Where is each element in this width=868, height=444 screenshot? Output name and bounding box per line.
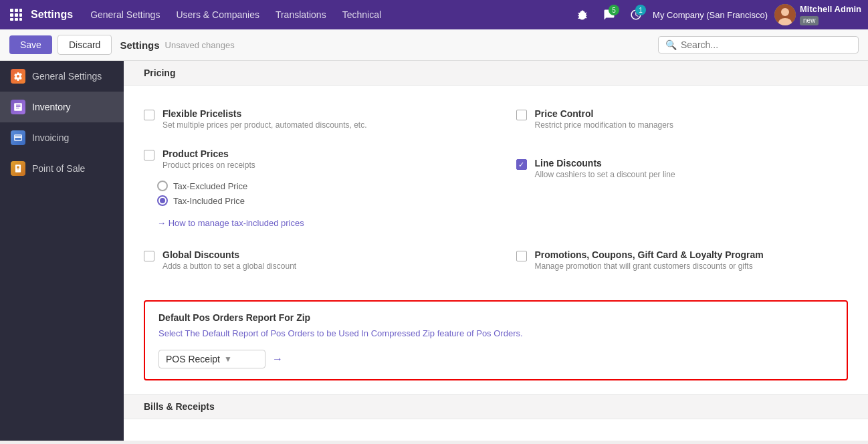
dropdown-arrow-icon: ▼ [224, 354, 232, 364]
product-prices-text: Product Prices Product prices on receipt… [162, 148, 255, 170]
tax-included-radio-indicator [157, 195, 168, 206]
flexible-pricelists-setting: Flexible Pricelists Set multiple prices … [144, 99, 496, 139]
navbar-menu: General Settings Users & Companies Trans… [82, 7, 570, 23]
messages-badge: 5 [609, 5, 619, 15]
pricing-title: Pricing [144, 68, 175, 78]
tax-radio-group: Tax-Excluded Price Tax-Included Price [144, 175, 483, 215]
pos-icon [11, 161, 25, 176]
nav-translations[interactable]: Translations [267, 7, 334, 23]
flexible-pricelists-desc: Set multiple prices per product, automat… [162, 120, 367, 130]
pos-report-title: Default Pos Orders Report For Zip [158, 312, 833, 323]
bills-section-header: Bills & Receipts [124, 394, 868, 419]
pos-report-select-row: POS Receipt ▼ → [158, 350, 833, 368]
flexible-pricelists-text: Flexible Pricelists Set multiple prices … [162, 108, 367, 130]
price-control-desc: Restrict price modification to managers [535, 120, 673, 130]
svg-rect-5 [19, 13, 22, 17]
product-prices-desc: Product prices on receipts [162, 160, 255, 170]
promotions-text: Promotions, Coupons, Gift Card & Loyalty… [535, 249, 764, 271]
pos-report-dropdown[interactable]: POS Receipt ▼ [158, 350, 265, 368]
inventory-icon [11, 100, 25, 114]
tax-included-label: Tax-Included Price [173, 196, 245, 206]
promotions-desc: Manage promotion that will grant custome… [535, 261, 764, 271]
global-discounts-desc: Adds a button to set a global discount [162, 261, 296, 271]
discard-button[interactable]: Discard [58, 35, 112, 55]
user-area[interactable]: Mitchell Admin new [774, 4, 861, 25]
flexible-pricelists-label: Flexible Pricelists [162, 108, 367, 119]
sidebar-item-point-of-sale[interactable]: Point of Sale [0, 153, 124, 184]
svg-rect-7 [15, 18, 18, 21]
tax-excluded-label: Tax-Excluded Price [173, 181, 247, 191]
sidebar-item-inventory[interactable]: Inventory [0, 92, 124, 122]
sidebar: General Settings Inventory Invoicing Poi… [0, 61, 124, 441]
toolbar: Save Discard Settings Unsaved changes 🔍 [0, 29, 868, 61]
flexible-pricelists-checkbox[interactable] [144, 110, 154, 120]
price-control-text: Price Control Restrict price modificatio… [535, 108, 673, 130]
tax-included-radio[interactable]: Tax-Included Price [157, 195, 483, 206]
main-layout: General Settings Inventory Invoicing Poi… [0, 61, 868, 441]
nav-technical[interactable]: Technical [334, 7, 389, 23]
svg-rect-3 [10, 13, 13, 17]
pos-report-external-link[interactable]: → [272, 353, 283, 365]
search-input[interactable] [681, 39, 851, 50]
line-discounts-checkbox[interactable] [516, 159, 527, 170]
default-pos-report-box: Default Pos Orders Report For Zip Select… [144, 300, 848, 380]
price-control-label: Price Control [535, 108, 673, 119]
global-discounts-label: Global Discounts [162, 249, 296, 260]
promotions-label: Promotions, Coupons, Gift Card & Loyalty… [535, 249, 764, 260]
nav-general-settings[interactable]: General Settings [82, 7, 168, 23]
global-discounts-checkbox[interactable] [144, 251, 154, 261]
user-role-badge: new [800, 16, 819, 25]
navbar: Settings General Settings Users & Compan… [0, 0, 868, 29]
price-control-checkbox[interactable] [516, 110, 527, 120]
search-icon: 🔍 [665, 39, 677, 50]
save-button[interactable]: Save [9, 35, 52, 54]
user-name: Mitchell Admin [800, 4, 861, 15]
brand-label[interactable]: Settings [31, 9, 73, 21]
search-bar: 🔍 [658, 36, 859, 53]
product-prices-checkbox[interactable] [144, 150, 154, 160]
line-discounts-label: Line Discounts [535, 158, 675, 169]
apps-menu-icon[interactable] [7, 5, 25, 24]
bug-icon-btn[interactable] [572, 5, 592, 25]
tax-excluded-radio[interactable]: Tax-Excluded Price [157, 181, 483, 191]
product-prices-setting: Product Prices Product prices on receipt… [144, 148, 483, 170]
price-control-setting: Price Control Restrict price modificatio… [496, 99, 849, 139]
pos-report-desc: Select The Default Report of Pos Orders … [158, 327, 833, 340]
navbar-right: 5 1 My Company (San Francisco) Mitchell … [572, 4, 861, 25]
line-discounts-desc: Allow cashiers to set a discount per lin… [535, 170, 675, 179]
promotions-checkbox[interactable] [516, 251, 527, 261]
sidebar-label-pos: Point of Sale [32, 163, 85, 174]
tax-excluded-radio-indicator [157, 181, 168, 191]
settings-grid: Flexible Pricelists Set multiple prices … [124, 86, 868, 294]
general-settings-icon [11, 69, 25, 84]
avatar [774, 4, 796, 25]
messages-icon-btn[interactable]: 5 [599, 5, 619, 25]
product-prices-label: Product Prices [162, 148, 255, 159]
promotions-setting: Promotions, Coupons, Gift Card & Loyalty… [496, 240, 849, 280]
svg-rect-8 [19, 18, 22, 21]
svg-rect-2 [19, 9, 22, 12]
user-info: Mitchell Admin new [800, 4, 861, 25]
sidebar-label-general: General Settings [32, 71, 102, 82]
tax-link[interactable]: How to manage tax-included prices [144, 215, 483, 231]
svg-point-10 [781, 8, 789, 16]
svg-rect-4 [15, 13, 18, 17]
content-area: Pricing Flexible Pricelists Set multiple… [124, 61, 868, 441]
sidebar-label-invoicing: Invoicing [32, 132, 69, 143]
sidebar-item-invoicing[interactable]: Invoicing [0, 122, 124, 153]
svg-rect-1 [15, 9, 18, 12]
unsaved-indicator: Unsaved changes [165, 40, 235, 50]
company-name[interactable]: My Company (San Francisco) [653, 10, 768, 20]
sidebar-label-inventory: Inventory [32, 102, 71, 112]
pos-report-dropdown-value: POS Receipt [166, 354, 220, 364]
invoicing-icon [11, 130, 25, 145]
nav-users-companies[interactable]: Users & Companies [168, 7, 267, 23]
pricing-section-header: Pricing [124, 61, 868, 86]
clock-icon-btn[interactable]: 1 [626, 5, 646, 25]
global-discounts-text: Global Discounts Adds a button to set a … [162, 249, 296, 271]
svg-rect-6 [10, 18, 13, 21]
sidebar-item-general-settings[interactable]: General Settings [0, 61, 124, 92]
line-discounts-setting: Line Discounts Allow cashiers to set a d… [496, 148, 849, 189]
bills-title: Bills & Receipts [144, 401, 215, 412]
product-prices-section: Product Prices Product prices on receipt… [144, 139, 496, 240]
